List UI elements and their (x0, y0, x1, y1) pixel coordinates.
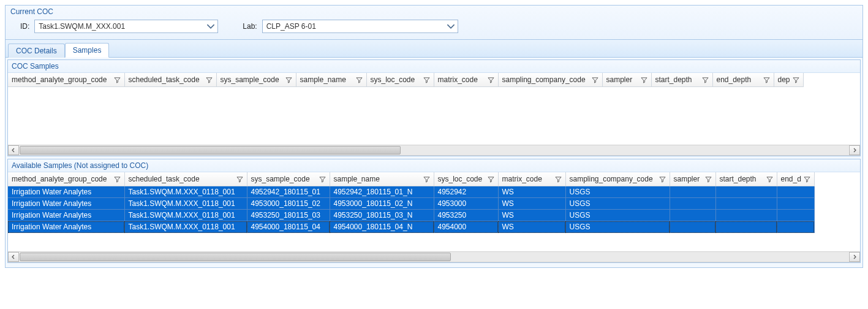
column-header-sampling_company_code[interactable]: sampling_company_code (498, 73, 602, 87)
column-header-matrix_code[interactable]: matrix_code (498, 172, 565, 186)
cell-scheduled_task_code[interactable]: Task1.SWQM.M.XXX_0118_001 (124, 210, 247, 221)
available-samples-grid[interactable]: method_analyte_group_codescheduled_task_… (8, 172, 815, 233)
filter-icon[interactable] (641, 77, 647, 83)
scroll-track[interactable] (20, 252, 848, 262)
column-header-sampler[interactable]: sampler (602, 73, 651, 87)
filter-icon[interactable] (555, 176, 562, 183)
tab-samples[interactable]: Samples (65, 43, 110, 58)
cell-sampler[interactable] (670, 210, 715, 221)
column-header-sampling_company_code[interactable]: sampling_company_code (565, 172, 670, 186)
filter-icon[interactable] (793, 77, 799, 83)
cell-end_d[interactable] (777, 221, 814, 233)
column-header-sample_name[interactable]: sample_name (296, 73, 366, 87)
scroll-track[interactable] (20, 145, 848, 155)
column-header-start_depth[interactable]: start_depth (715, 172, 777, 186)
column-header-sys_loc_code[interactable]: sys_loc_code (366, 73, 434, 87)
column-header-method_analyte_group_code[interactable]: method_analyte_group_code (8, 172, 124, 186)
coc-samples-scrollbar[interactable] (8, 145, 860, 156)
cell-sampler[interactable] (670, 221, 715, 233)
cell-sys_sample_code[interactable]: 4954000_180115_04 (247, 221, 330, 233)
scroll-thumb[interactable] (20, 253, 451, 261)
filter-icon[interactable] (114, 77, 121, 83)
available-samples-scrollbar[interactable] (8, 251, 860, 262)
column-header-matrix_code[interactable]: matrix_code (434, 73, 498, 87)
filter-icon[interactable] (766, 176, 773, 183)
scroll-thumb[interactable] (20, 146, 401, 154)
cell-sampling_company_code[interactable]: USGS (565, 221, 670, 233)
scroll-right-button[interactable] (849, 145, 860, 155)
column-header-end_d[interactable]: end_d (777, 172, 814, 186)
cell-sys_loc_code[interactable]: 4952942 (434, 186, 498, 198)
cell-scheduled_task_code[interactable]: Task1.SWQM.M.XXX_0118_001 (124, 186, 247, 198)
filter-icon[interactable] (702, 77, 709, 83)
column-header-scheduled_task_code[interactable]: scheduled_task_code (124, 73, 216, 87)
scroll-left-button[interactable] (8, 252, 19, 262)
filter-icon[interactable] (659, 176, 666, 183)
filter-icon[interactable] (236, 176, 243, 183)
filter-icon[interactable] (423, 176, 430, 183)
cell-sampler[interactable] (670, 186, 715, 198)
filter-icon[interactable] (804, 176, 810, 183)
cell-scheduled_task_code[interactable]: Task1.SWQM.M.XXX_0118_001 (124, 221, 247, 233)
cell-sys_loc_code[interactable]: 4953250 (434, 210, 498, 221)
cell-method_analyte_group_code[interactable]: Irrigation Water Analytes (8, 198, 124, 210)
cell-sys_loc_code[interactable]: 4953000 (434, 198, 498, 210)
filter-icon[interactable] (285, 77, 292, 83)
table-row[interactable]: Irrigation Water AnalytesTask1.SWQM.M.XX… (8, 198, 814, 210)
cell-method_analyte_group_code[interactable]: Irrigation Water Analytes (8, 186, 124, 198)
coc-samples-grid[interactable]: method_analyte_group_codescheduled_task_… (8, 73, 804, 145)
cell-sys_sample_code[interactable]: 4953000_180115_02 (247, 198, 330, 210)
cell-matrix_code[interactable]: WS (498, 186, 565, 198)
cell-method_analyte_group_code[interactable]: Irrigation Water Analytes (8, 221, 124, 233)
cell-sampling_company_code[interactable]: USGS (565, 186, 670, 198)
filter-icon[interactable] (114, 176, 121, 183)
filter-icon[interactable] (319, 176, 326, 183)
column-header-method_analyte_group_code[interactable]: method_analyte_group_code (8, 73, 124, 87)
cell-sampling_company_code[interactable]: USGS (565, 210, 670, 221)
filter-icon[interactable] (763, 77, 770, 83)
tab-coc-details[interactable]: COC Details (8, 44, 65, 58)
cell-sample_name[interactable]: 4953000_180115_02_N (330, 198, 434, 210)
column-header-start_depth[interactable]: start_depth (651, 73, 712, 87)
scroll-left-button[interactable] (8, 145, 19, 155)
lab-combobox[interactable]: CLP_ASP 6-01 (262, 20, 458, 33)
cell-method_analyte_group_code[interactable]: Irrigation Water Analytes (8, 210, 124, 221)
filter-icon[interactable] (705, 176, 712, 183)
cell-sys_sample_code[interactable]: 4952942_180115_01 (247, 186, 330, 198)
cell-start_depth[interactable] (715, 210, 777, 221)
filter-icon[interactable] (592, 77, 598, 83)
cell-scheduled_task_code[interactable]: Task1.SWQM.M.XXX_0118_001 (124, 198, 247, 210)
cell-end_d[interactable] (777, 210, 814, 221)
cell-start_depth[interactable] (715, 198, 777, 210)
cell-end_d[interactable] (777, 186, 814, 198)
scroll-right-button[interactable] (849, 252, 860, 262)
cell-sample_name[interactable]: 4952942_180115_01_N (330, 186, 434, 198)
filter-icon[interactable] (423, 77, 430, 83)
filter-icon[interactable] (206, 77, 213, 83)
column-header-sample_name[interactable]: sample_name (330, 172, 434, 186)
table-row[interactable]: Irrigation Water AnalytesTask1.SWQM.M.XX… (8, 221, 814, 233)
cell-start_depth[interactable] (715, 221, 777, 233)
column-header-end_depth[interactable]: end_depth (712, 73, 774, 87)
column-header-sys_sample_code[interactable]: sys_sample_code (216, 73, 296, 87)
filter-icon[interactable] (488, 176, 494, 183)
cell-matrix_code[interactable]: WS (498, 198, 565, 210)
id-combobox[interactable]: Task1.SWQM.M_XXX.001 (34, 20, 218, 33)
column-header-sys_sample_code[interactable]: sys_sample_code (247, 172, 330, 186)
cell-end_d[interactable] (777, 198, 814, 210)
cell-sys_sample_code[interactable]: 4953250_180115_03 (247, 210, 330, 221)
cell-sample_name[interactable]: 4953250_180115_03_N (330, 210, 434, 221)
column-header-sampler[interactable]: sampler (670, 172, 715, 186)
cell-matrix_code[interactable]: WS (498, 221, 565, 233)
cell-sampling_company_code[interactable]: USGS (565, 198, 670, 210)
filter-icon[interactable] (356, 77, 363, 83)
cell-sys_loc_code[interactable]: 4954000 (434, 221, 498, 233)
filter-icon[interactable] (488, 77, 494, 83)
column-header-scheduled_task_code[interactable]: scheduled_task_code (124, 172, 247, 186)
cell-matrix_code[interactable]: WS (498, 210, 565, 221)
table-row[interactable]: Irrigation Water AnalytesTask1.SWQM.M.XX… (8, 210, 814, 221)
cell-sample_name[interactable]: 4954000_180115_04_N (330, 221, 434, 233)
table-row[interactable]: Irrigation Water AnalytesTask1.SWQM.M.XX… (8, 186, 814, 198)
cell-start_depth[interactable] (715, 186, 777, 198)
column-header-dep[interactable]: dep (774, 73, 803, 87)
